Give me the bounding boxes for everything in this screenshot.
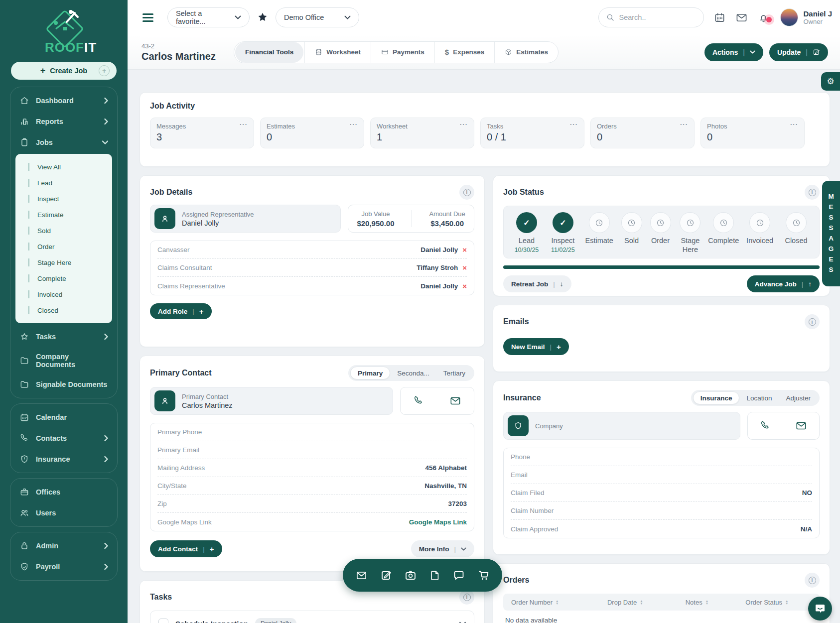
step-complete[interactable]: Complete xyxy=(705,212,741,254)
messages-side-tab[interactable]: MESSAGES xyxy=(822,181,840,286)
create-job-button[interactable]: + Create Job + xyxy=(11,62,117,80)
remove-role-icon[interactable]: × xyxy=(462,246,467,254)
submenu-item-view-all[interactable]: View All xyxy=(15,159,112,175)
step-estimate[interactable]: Estimate xyxy=(581,212,617,254)
sidebar-item-contacts[interactable]: Contacts xyxy=(10,428,117,449)
sidebar-item-tasks[interactable]: Tasks xyxy=(10,326,117,347)
tab-estimates[interactable]: Estimates xyxy=(494,42,558,63)
column-order-number[interactable]: Order Number ▲▼ xyxy=(511,599,607,606)
hamburger-menu-icon[interactable] xyxy=(142,11,153,24)
chevron-down-icon[interactable] xyxy=(459,622,466,623)
tab-primary[interactable]: Primary xyxy=(350,367,390,379)
stat-card-orders[interactable]: Orders··· 0 xyxy=(590,118,695,148)
tab-adjuster[interactable]: Adjuster xyxy=(779,391,818,404)
cart-icon[interactable] xyxy=(477,569,490,581)
sidebar-item-signable-documents[interactable]: Signable Documents xyxy=(10,374,117,395)
mail-button[interactable] xyxy=(735,12,748,23)
stat-card-photos[interactable]: Photos··· 0 xyxy=(700,118,805,148)
more-dots-icon[interactable]: ··· xyxy=(790,123,798,130)
stat-card-worksheet[interactable]: Worksheet··· 1 xyxy=(370,118,474,148)
more-dots-icon[interactable]: ··· xyxy=(680,123,688,130)
remove-role-icon[interactable]: × xyxy=(462,263,467,272)
more-dots-icon[interactable]: ··· xyxy=(570,123,578,130)
submenu-item-inspect[interactable]: Inspect xyxy=(15,191,112,207)
step-inspect[interactable]: ✓ Inspect 11/02/25 xyxy=(545,212,581,254)
document-icon[interactable] xyxy=(429,569,440,581)
tab-financial-tools[interactable]: Financial Tools xyxy=(235,42,303,63)
more-dots-icon[interactable]: ··· xyxy=(350,123,358,130)
search-input[interactable] xyxy=(619,13,689,21)
step-invoiced[interactable]: Invoiced xyxy=(742,212,778,254)
submenu-item-lead[interactable]: Lead xyxy=(15,175,112,191)
new-email-button[interactable]: New Email|+ xyxy=(503,338,569,355)
column-order-status[interactable]: Order Status ▲▼ xyxy=(745,599,812,606)
column-notes[interactable]: Notes ▲▼ xyxy=(686,599,746,606)
stat-card-estimates[interactable]: Estimates··· 0 xyxy=(260,118,364,148)
envelope-icon[interactable] xyxy=(449,395,461,406)
info-icon[interactable]: i xyxy=(805,314,820,329)
chat-icon[interactable] xyxy=(453,569,465,581)
settings-gear-button[interactable]: ⚙ xyxy=(821,72,840,91)
submenu-item-order[interactable]: Order xyxy=(15,239,112,254)
retreat-job-button[interactable]: Retreat Job|↓ xyxy=(503,275,571,292)
step-lead[interactable]: ✓ Lead 10/30/25 xyxy=(509,212,545,254)
tab-payments[interactable]: Payments xyxy=(371,42,434,63)
favorite-select[interactable]: Select a favorite... xyxy=(167,7,250,27)
column-drop-date[interactable]: Drop Date ▲▼ xyxy=(607,599,686,606)
phone-icon[interactable] xyxy=(413,395,424,406)
tab-secondary[interactable]: Seconda... xyxy=(390,367,436,379)
favorite-star-icon[interactable] xyxy=(257,11,269,23)
info-icon[interactable]: i xyxy=(805,573,820,588)
info-icon[interactable]: i xyxy=(459,590,474,605)
info-icon[interactable]: i xyxy=(805,185,820,200)
sidebar-item-jobs[interactable]: Jobs xyxy=(10,132,117,153)
step-sold[interactable]: Sold xyxy=(618,212,646,254)
tab-tertiary[interactable]: Tertiary xyxy=(436,367,472,379)
tab-expenses[interactable]: $ Expenses xyxy=(434,42,494,63)
notifications-button[interactable] xyxy=(758,12,769,23)
tab-insurance[interactable]: Insurance xyxy=(693,391,740,404)
advance-job-button[interactable]: Advance Job|↑ xyxy=(747,275,820,292)
submenu-item-invoiced[interactable]: Invoiced xyxy=(15,286,112,302)
more-dots-icon[interactable]: ··· xyxy=(240,123,248,130)
step-closed[interactable]: Closed xyxy=(778,212,814,254)
live-chat-button[interactable] xyxy=(808,597,832,621)
step-stage-here[interactable]: Stage Here xyxy=(675,212,705,254)
stat-card-messages[interactable]: Messages··· 3 xyxy=(150,118,254,148)
status-progress-bar[interactable] xyxy=(503,265,820,269)
sidebar-item-company-documents[interactable]: Company Documents xyxy=(10,347,117,374)
step-order[interactable]: Order xyxy=(646,212,675,254)
info-icon[interactable]: i xyxy=(459,185,474,200)
submenu-item-complete[interactable]: Complete xyxy=(15,270,112,286)
calendar-button[interactable] xyxy=(714,12,725,23)
tab-location[interactable]: Location xyxy=(739,391,779,404)
edit-icon[interactable] xyxy=(380,569,392,581)
sidebar-item-admin[interactable]: Admin xyxy=(10,535,117,556)
submenu-item-estimate[interactable]: Estimate xyxy=(15,207,112,223)
camera-icon[interactable] xyxy=(405,569,417,581)
envelope-icon[interactable] xyxy=(355,570,368,581)
sidebar-item-users[interactable]: Users xyxy=(10,502,117,523)
submenu-item-closed[interactable]: Closed xyxy=(15,302,112,318)
submenu-item-sold[interactable]: Sold xyxy=(15,223,112,239)
tab-worksheet[interactable]: Worksheet xyxy=(304,42,371,63)
phone-icon[interactable] xyxy=(760,420,771,431)
sidebar-item-insurance[interactable]: Insurance xyxy=(10,449,117,470)
more-info-button[interactable]: More Info| xyxy=(411,540,474,557)
task-checkbox[interactable] xyxy=(158,619,168,623)
add-contact-button[interactable]: Add Contact|+ xyxy=(150,540,222,557)
office-select[interactable]: Demo Office xyxy=(276,7,359,27)
update-button[interactable]: Update| xyxy=(769,43,828,61)
sidebar-item-dashboard[interactable]: Dashboard xyxy=(10,90,117,111)
add-role-button[interactable]: Add Role|+ xyxy=(150,303,212,319)
actions-button[interactable]: Actions| xyxy=(704,43,763,61)
sidebar-item-reports[interactable]: Reports xyxy=(10,111,117,132)
sidebar-item-calendar[interactable]: Calendar xyxy=(10,407,117,428)
submenu-item-stage-here[interactable]: Stage Here xyxy=(15,254,112,270)
sidebar-item-offices[interactable]: Offices xyxy=(10,482,117,502)
stat-card-tasks[interactable]: Tasks··· 0 / 1 xyxy=(480,118,584,148)
envelope-icon[interactable] xyxy=(795,420,807,431)
user-avatar[interactable] xyxy=(780,8,798,26)
google-maps-link[interactable]: Google Maps Link xyxy=(409,518,467,526)
remove-role-icon[interactable]: × xyxy=(462,282,467,290)
